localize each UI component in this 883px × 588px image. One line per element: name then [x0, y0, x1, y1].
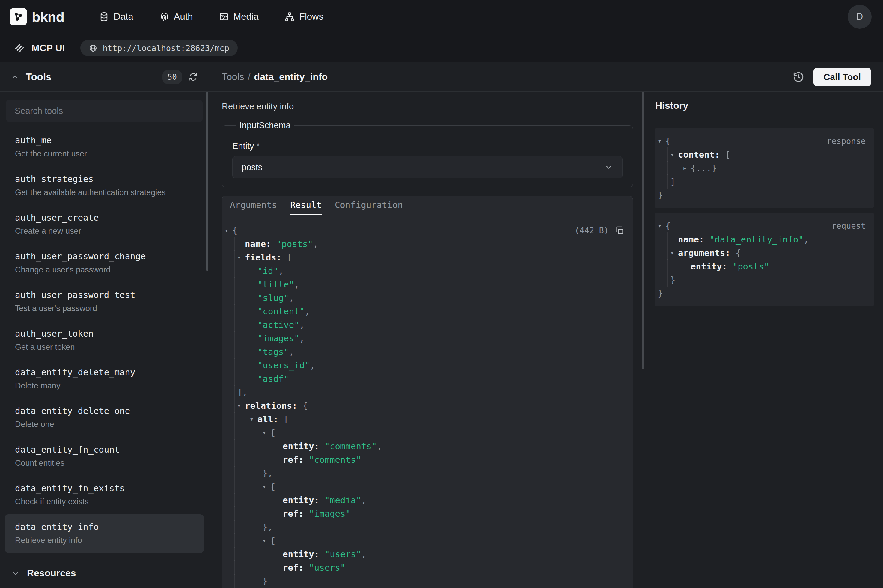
json-punctuation: {	[666, 136, 670, 146]
nav-item-media[interactable]: Media	[219, 11, 259, 22]
search-input[interactable]	[6, 100, 202, 122]
nav-item-data[interactable]: Data	[99, 11, 133, 22]
history-icon[interactable]	[793, 71, 805, 83]
json-punctuation: [	[720, 150, 730, 160]
json-line: "active",	[225, 318, 624, 332]
tool-name: auth_strategies	[15, 174, 193, 184]
indent-guide	[250, 453, 262, 466]
breadcrumb-section[interactable]: Tools	[222, 71, 244, 82]
json-key: fields:	[245, 252, 282, 262]
tab-configuration[interactable]: Configuration	[335, 196, 403, 215]
tool-name: auth_me	[15, 135, 193, 146]
tool-list-item[interactable]: data_entity_fn_existsCheck if entity exi…	[5, 476, 204, 514]
refresh-icon[interactable]	[189, 72, 198, 81]
tool-list-item[interactable]: data_entity_delete_manyDelete many	[5, 360, 204, 398]
nav-item-auth[interactable]: Auth	[159, 11, 193, 22]
indent-guide	[658, 161, 670, 175]
tool-list-item[interactable]: data_entity_delete_oneDelete one	[5, 398, 204, 437]
json-punctuation: ],	[237, 387, 247, 398]
json-punctuation: ,	[294, 279, 299, 290]
tool-list-item[interactable]: auth_strategiesGet the available authent…	[5, 166, 204, 205]
json-punctuation: ,	[377, 441, 382, 452]
json-key: ref:	[283, 562, 304, 573]
main-panel-scrollbar[interactable]	[642, 92, 644, 369]
indent-guide	[262, 440, 275, 453]
tool-list-item[interactable]: auth_user_password_changeChange a user's…	[5, 244, 204, 282]
tool-description: Delete many	[15, 381, 193, 390]
breadcrumb-current: data_entity_info	[254, 71, 328, 82]
indent-guide	[658, 260, 670, 273]
indent-guide	[225, 547, 237, 561]
main-panel: Retrieve entity info InputSchema Entity*…	[209, 92, 645, 588]
indent-guide	[225, 345, 237, 358]
avatar[interactable]: D	[848, 5, 872, 29]
tool-list-item[interactable]: data_entity_fn_countCount entities	[5, 437, 204, 476]
entity-select[interactable]: posts	[232, 156, 622, 178]
indent-guide	[225, 399, 237, 412]
tool-description: Get the current user	[15, 149, 193, 159]
json-key: entity:	[691, 261, 727, 272]
right-region: Tools/data_entity_info Call Tool Retriev…	[209, 62, 883, 588]
collapse-toggle-icon[interactable]: ▾	[262, 483, 270, 490]
tool-list-item[interactable]: data_entity_infoRetrieve entity info	[5, 514, 204, 553]
tab-result[interactable]: Result	[290, 196, 322, 215]
indent-guide	[225, 466, 237, 480]
indent-guide	[237, 466, 250, 480]
json-line: ▾{	[225, 480, 624, 493]
json-punctuation: {...}	[691, 163, 717, 173]
tool-description: Check if entity exists	[15, 497, 193, 507]
copy-icon[interactable]	[615, 226, 624, 235]
collapse-toggle-icon[interactable]: ▾	[658, 137, 666, 145]
tool-list-item[interactable]: auth_user_password_testTest a user's pas…	[5, 282, 204, 321]
tool-name: auth_user_create	[15, 213, 193, 223]
collapse-toggle-icon[interactable]: ▾	[250, 416, 258, 423]
collapse-toggle-icon[interactable]: ▾	[237, 254, 245, 261]
json-line: entity: "comments",	[225, 440, 624, 453]
tool-list-item[interactable]: auth_user_tokenGet a user token	[5, 321, 204, 360]
nav-item-label: Flows	[299, 11, 324, 22]
collapse-toggle-icon[interactable]: ▾	[670, 249, 678, 256]
call-tool-button[interactable]: Call Tool	[814, 68, 871, 86]
collapse-toggle-icon[interactable]: ▾	[658, 222, 666, 230]
collapse-toggle-icon[interactable]: ▾	[262, 537, 270, 544]
tool-name: data_entity_info	[15, 522, 193, 532]
resources-section-title: Resources	[27, 568, 76, 579]
json-punctuation: }	[658, 288, 663, 298]
resources-section-header[interactable]: Resources	[0, 558, 208, 588]
json-punctuation: ,	[361, 549, 366, 559]
collapse-toggle-icon[interactable]: ▾	[237, 402, 245, 410]
indent-guide	[250, 440, 262, 453]
tool-list-item[interactable]: auth_user_createCreate a new user	[5, 205, 204, 244]
json-meta-label: response	[827, 136, 866, 146]
history-entry-request[interactable]: ▾{requestname: "data_entity_info",▾argum…	[655, 213, 874, 306]
json-string: "users"	[304, 562, 346, 573]
history-entry-response[interactable]: ▾{response▾content: [▸{...}]}	[655, 128, 874, 208]
json-line: }	[658, 286, 866, 300]
indent-guide	[237, 534, 250, 547]
bknd-logo-icon[interactable]	[10, 8, 27, 26]
collapse-toggle-icon[interactable]: ▾	[262, 429, 270, 436]
indent-guide	[262, 493, 275, 507]
json-key: name:	[245, 239, 271, 249]
expand-toggle-icon[interactable]: ▸	[683, 164, 691, 172]
json-key: content:	[678, 150, 720, 160]
sidebar-scrollbar[interactable]	[206, 92, 208, 271]
indent-guide	[225, 480, 237, 493]
workflow-icon	[285, 12, 295, 22]
tools-section-header[interactable]: Tools 50	[0, 62, 208, 92]
collapse-toggle-icon[interactable]: ▾	[670, 151, 678, 158]
tab-arguments[interactable]: Arguments	[230, 196, 277, 215]
indent-guide	[237, 547, 250, 561]
tool-list-item[interactable]: auth_meGet the current user	[5, 128, 204, 166]
json-line: ▾{(442 B)	[225, 224, 624, 237]
database-icon	[99, 12, 109, 22]
json-punctuation: ,	[313, 239, 318, 249]
tool-name: data_entity_delete_one	[15, 406, 193, 416]
json-punctuation: }	[670, 275, 675, 285]
indent-guide	[670, 161, 683, 175]
nav-item-flows[interactable]: Flows	[285, 11, 324, 22]
json-punctuation: {	[270, 428, 275, 438]
json-string: "users"	[319, 549, 361, 559]
server-url-pill[interactable]: http://localhost:28623/mcp	[80, 39, 238, 56]
collapse-toggle-icon[interactable]: ▾	[225, 226, 232, 234]
